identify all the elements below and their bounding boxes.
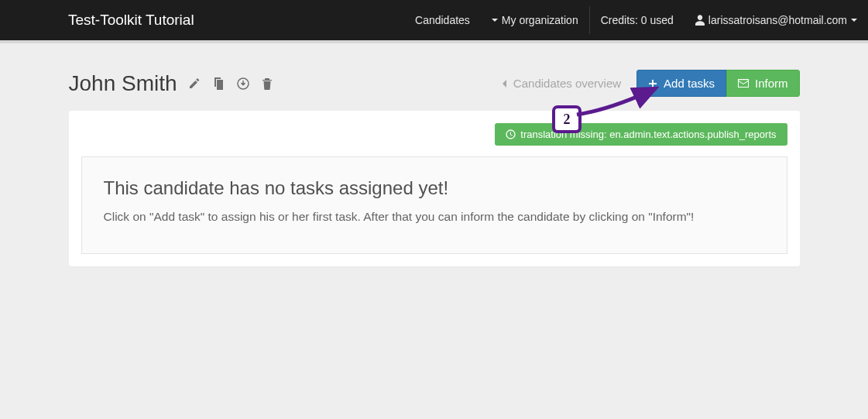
copy-icon[interactable] xyxy=(213,77,225,90)
nav-candidates-label: Candidates xyxy=(415,14,470,26)
page-header: John Smith Cand xyxy=(69,70,800,97)
candidate-name: John Smith xyxy=(69,71,177,96)
empty-state-body: Click on "Add task" to assign his or her… xyxy=(104,208,765,225)
trash-icon[interactable] xyxy=(262,77,273,90)
nav-candidates[interactable]: Candidates xyxy=(404,0,481,40)
nav-my-org-label: My organization xyxy=(502,14,578,26)
nav-user-menu[interactable]: larissatroisans@hotmail.com xyxy=(684,0,868,40)
back-link-label: Candidates overview xyxy=(513,77,621,90)
nav-right: Candidates My organization Credits: 0 us… xyxy=(404,0,868,40)
brand-title[interactable]: Test-Toolkit Tutorial xyxy=(68,12,194,29)
caret-down-icon xyxy=(492,19,498,22)
clock-icon xyxy=(506,129,516,139)
caret-down-icon xyxy=(851,19,857,22)
nav-credits-label: Credits: 0 used xyxy=(601,14,674,26)
envelope-icon xyxy=(738,79,749,88)
empty-state-box: This candidate has no tasks assigned yet… xyxy=(81,156,787,254)
nav-my-organization[interactable]: My organization xyxy=(481,0,589,40)
add-tasks-button[interactable]: Add tasks xyxy=(636,70,726,97)
edit-icon[interactable] xyxy=(188,77,201,90)
publish-reports-button[interactable]: translation missing: en.admin.text.actio… xyxy=(495,123,787,146)
empty-state-heading: This candidate has no tasks assigned yet… xyxy=(104,177,765,199)
title-group: John Smith xyxy=(69,71,273,96)
header-actions: Candidates overview Add tasks Inform xyxy=(490,70,800,97)
chevron-left-icon xyxy=(501,79,507,88)
card-top-bar: translation missing: en.admin.text.actio… xyxy=(81,123,787,146)
nav-user-email: larissatroisans@hotmail.com xyxy=(708,14,847,26)
inform-button[interactable]: Inform xyxy=(726,70,800,97)
add-tasks-label: Add tasks xyxy=(664,77,715,90)
download-icon[interactable] xyxy=(237,77,249,90)
candidates-overview-link[interactable]: Candidates overview xyxy=(490,72,632,94)
user-icon xyxy=(695,15,705,26)
navbar: Test-Toolkit Tutorial Candidates My orga… xyxy=(0,0,868,40)
action-button-group: Add tasks Inform xyxy=(636,70,799,97)
title-action-icons xyxy=(188,77,273,90)
content-card: translation missing: en.admin.text.actio… xyxy=(69,111,800,266)
inform-label: Inform xyxy=(755,77,788,90)
publish-reports-label: translation missing: en.admin.text.actio… xyxy=(520,129,776,140)
nav-credits[interactable]: Credits: 0 used xyxy=(590,0,684,40)
plus-icon xyxy=(648,79,657,88)
page-container: John Smith Cand xyxy=(69,43,800,266)
